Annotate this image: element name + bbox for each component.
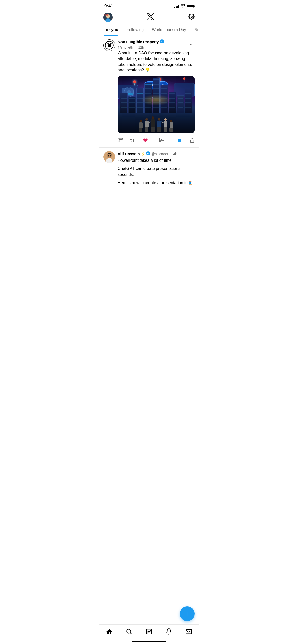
tweet-1-user: Non Fungible Property @nfp_eth · 12h [118,39,189,49]
tweet-1-actions: 5 56 [118,136,195,147]
like-count: 5 [150,139,152,143]
svg-rect-12 [109,46,110,46]
signal-bars-icon [174,4,179,8]
status-bar: 9:41 [99,0,199,11]
tweet-2-avatar[interactable] [103,151,115,163]
svg-point-21 [108,155,109,157]
tweet-1-image[interactable]: What if..? 📍 📍 📍 [118,76,195,134]
status-icons [174,4,194,8]
tweet-2: Alif Hossain ⚡ @alifcoder · 4h ··· [99,148,199,189]
tweet-1-more[interactable]: ··· [189,42,195,47]
svg-rect-8 [108,46,109,46]
reply-icon [118,138,123,144]
svg-rect-6 [108,45,109,47]
tab-new[interactable]: New A [190,24,199,36]
tweet-2-name: Alif Hossain [118,152,140,156]
share-action[interactable] [189,138,195,144]
tweet-2-handle: @alifcoder · 4h [151,152,177,156]
user-avatar[interactable]: 100 [103,13,113,22]
views-action[interactable]: 56 [159,138,170,144]
tweet-1: NFP Non Fungible Property [99,36,199,148]
svg-rect-13 [110,46,111,46]
share-icon [189,138,195,144]
svg-point-19 [107,154,112,158]
tab-for-you[interactable]: For you [99,24,123,36]
tweet-1-avatar[interactable]: NFP [103,39,115,51]
city-people [118,113,195,133]
tweet-2-user: Alif Hossain ⚡ @alifcoder · 4h [118,151,177,156]
location-pin-3: 📍 [181,77,187,83]
battery-icon [187,5,194,8]
tweet-1-name: Non Fungible Property [118,40,159,44]
tweet-1-verified [160,39,164,44]
tweet-2-emoji: ⚡ [141,152,145,156]
like-action[interactable]: 5 [143,138,152,144]
bookmark-action[interactable] [177,138,182,144]
tweet-1-header: Non Fungible Property @nfp_eth · 12h ··· [118,39,195,49]
retweet-action[interactable] [130,138,135,144]
tweet-1-body: Non Fungible Property @nfp_eth · 12h ··· [118,39,195,147]
views-count: 56 [166,139,170,143]
tweet-2-body: Alif Hossain ⚡ @alifcoder · 4h ··· [118,151,195,186]
tweet-2-line-1: PowerPoint takes a lot of time. [118,157,195,164]
status-time: 9:41 [104,4,113,9]
svg-text:100: 100 [104,14,108,16]
tweet-2-more[interactable]: ··· [189,151,195,156]
tweet-2-content: PowerPoint takes a lot of time. ChatGPT … [118,157,195,186]
heart-icon [143,138,148,144]
retweet-icon [130,138,135,144]
tab-following[interactable]: Following [123,24,148,36]
svg-rect-11 [110,45,111,45]
tweet-2-header: Alif Hossain ⚡ @alifcoder · 4h ··· [118,151,195,156]
svg-point-22 [110,155,111,157]
reply-action[interactable] [118,138,123,144]
svg-rect-9 [109,46,109,46]
tweet-2-line-2: ChatGPT can create presentations in seco… [118,166,195,178]
settings-button[interactable] [188,14,195,21]
tab-bar: For you Following World Tourism Day New … [99,24,199,36]
tweet-1-content: What if... a DAO focused on developing a… [118,50,195,73]
x-logo [147,13,154,22]
feed: NFP Non Fungible Property [99,36,199,217]
wifi-icon [181,4,185,8]
tweet-2-verified [146,151,150,156]
views-icon [159,138,164,144]
tweet-2-line-3: Here is how to create a presentation fo🧵… [118,180,195,186]
tab-world-tourism[interactable]: World Tourism Day [148,24,190,36]
tweet-1-handle: @nfp_eth · 12h [118,45,144,49]
svg-rect-10 [109,45,110,45]
bookmark-icon [177,138,182,144]
header: 100 [99,11,199,24]
